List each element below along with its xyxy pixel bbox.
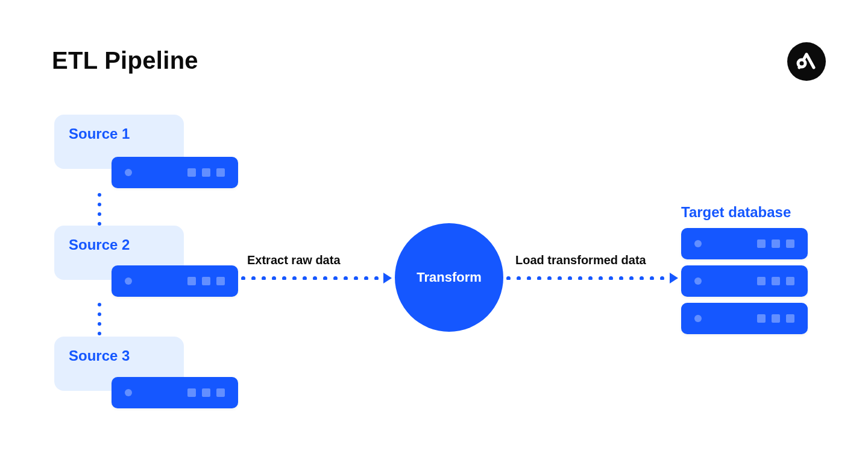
extract-arrow-label: Extract raw data: [247, 253, 341, 267]
vertical-dotted-connector: [98, 193, 101, 226]
source-label: Source 2: [69, 236, 130, 253]
target-database-label: Target database: [681, 204, 791, 221]
arrow-right-icon: [670, 273, 678, 283]
load-arrow-label: Load transformed data: [515, 253, 646, 267]
arrow-right-icon: [383, 273, 392, 283]
extract-arrow: [241, 269, 392, 287]
source-label: Source 3: [69, 347, 130, 364]
source-server-icon-3: [112, 377, 238, 408]
vertical-dotted-connector: [98, 303, 101, 335]
svg-point-0: [798, 60, 805, 67]
load-arrow: [506, 269, 678, 287]
target-server-icon: [681, 303, 808, 334]
brand-logo-icon: [787, 42, 826, 81]
transform-node: Transform: [395, 223, 503, 332]
target-server-icon: [681, 265, 808, 297]
target-server-icon: [681, 228, 808, 259]
transform-label: Transform: [417, 270, 482, 285]
page-title: ETL Pipeline: [52, 47, 198, 74]
source-server-icon-1: [112, 157, 238, 188]
source-label: Source 1: [69, 125, 130, 142]
target-database-stack: [681, 228, 808, 334]
source-server-icon-2: [112, 265, 238, 297]
